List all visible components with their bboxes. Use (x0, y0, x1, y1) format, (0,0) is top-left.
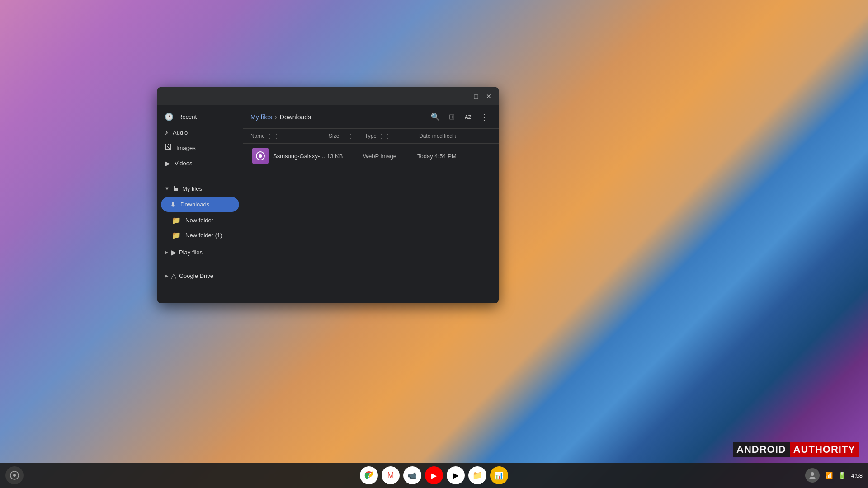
breadcrumb-root[interactable]: My files (250, 113, 272, 121)
sort-button[interactable]: AZ (461, 110, 475, 124)
slides-icon: 📊 (495, 471, 504, 480)
file-manager-window: – □ ✕ 🕐 Recent ♪ Audio 🖼 Images ▶ Videos (157, 87, 499, 303)
watermark: ANDROID AUTHORITY (733, 442, 859, 457)
column-header-size[interactable]: Size ⋮⋮ (329, 132, 365, 140)
more-options-button[interactable]: ⋮ (477, 110, 491, 124)
toolbar-actions: 🔍 ⊞ AZ ⋮ (428, 110, 491, 124)
recent-icon: 🕐 (165, 113, 174, 121)
table-row[interactable]: Ssmsung-Galaxy-S22-Ultra-in-front-of-pai… (245, 144, 497, 168)
more-icon: ⋮ (480, 112, 489, 122)
battery-icon: 🔋 (838, 472, 846, 479)
sidebar-item-new-folder[interactable]: 📁 New folder (161, 213, 243, 228)
main-content: My files › Downloads 🔍 ⊞ AZ ⋮ (243, 105, 499, 303)
sidebar-item-new-folder-1[interactable]: 📁 New folder (1) (161, 228, 243, 243)
wifi-icon: 📶 (825, 472, 833, 479)
col-size-options: ⋮⋮ (341, 132, 354, 140)
sidebar-item-myfiles[interactable]: ▼ 🖥 My files (157, 181, 243, 196)
sort-az-icon: AZ (465, 114, 472, 120)
sidebar-item-new-folder-label: New folder (185, 217, 213, 224)
column-header-name[interactable]: Name ⋮⋮ (250, 132, 329, 140)
time-display[interactable]: 4:58 (851, 472, 863, 479)
avatar-icon (808, 471, 816, 479)
sidebar-item-videos-label: Videos (175, 160, 193, 167)
myfiles-icon: 🖥 (172, 184, 179, 192)
files-icon: 📁 (472, 470, 482, 480)
col-date-sort-icon: ↓ (454, 134, 457, 139)
sidebar-item-recent[interactable]: 🕐 Recent (157, 109, 243, 125)
taskbar-app-gmail[interactable]: M (382, 466, 400, 484)
sidebar-item-playfiles-label: Play files (179, 249, 203, 256)
sidebar-item-images-label: Images (176, 145, 196, 151)
taskbar-app-slides[interactable]: 📊 (490, 466, 508, 484)
file-name-text: Ssmsung-Galaxy-S22-Ultra-in-front-of-pai… (273, 153, 327, 160)
col-type-label: Type (365, 133, 377, 139)
new-folder-icon: 📁 (172, 216, 181, 225)
sidebar-item-recent-label: Recent (178, 113, 197, 120)
youtube-icon: ▶ (431, 471, 437, 480)
window-body: 🕐 Recent ♪ Audio 🖼 Images ▶ Videos ▼ 🖥 (157, 105, 499, 303)
taskbar: M 📹 ▶ ▶ 📁 📊 📶 🔋 4:58 (0, 463, 868, 488)
sidebar-item-playfiles[interactable]: ▶ ▶ Play files (157, 244, 243, 260)
taskbar-app-meet[interactable]: 📹 (403, 466, 421, 484)
close-button[interactable]: ✕ (482, 90, 495, 103)
file-thumbnail (252, 148, 269, 164)
file-date: Today 4:54 PM (417, 153, 490, 160)
taskbar-right: 📶 🔋 4:58 (805, 468, 863, 483)
taskbar-left (5, 466, 24, 484)
search-button[interactable]: 🔍 (428, 110, 443, 124)
sidebar-item-images[interactable]: 🖼 Images (157, 140, 243, 155)
playstore-icon: ▶ (453, 470, 459, 480)
sidebar-item-downloads[interactable]: ⬇ Downloads (161, 197, 239, 212)
taskbar-app-youtube[interactable]: ▶ (425, 466, 443, 484)
sidebar-item-audio-label: Audio (173, 129, 188, 136)
myfiles-collapse-icon: ▼ (165, 186, 170, 191)
breadcrumb-separator: › (274, 113, 277, 121)
grid-icon: ⊞ (449, 113, 455, 121)
sidebar-item-audio[interactable]: ♪ Audio (157, 125, 243, 140)
taskbar-app-chrome[interactable] (360, 466, 378, 484)
svg-point-6 (811, 472, 814, 476)
col-date-label: Date modified (419, 133, 453, 139)
maximize-button[interactable]: □ (470, 90, 482, 103)
sidebar-item-downloads-label: Downloads (180, 201, 209, 208)
svg-point-1 (259, 154, 262, 158)
playfiles-expand-icon: ▶ (165, 249, 168, 255)
webp-thumbnail (252, 148, 269, 164)
file-size: 13 KB (327, 153, 363, 160)
taskbar-app-playstore[interactable]: ▶ (447, 466, 465, 484)
column-header-date[interactable]: Date modified ↓ (419, 133, 491, 139)
playfiles-icon: ▶ (171, 248, 176, 257)
gdrive-icon: △ (171, 272, 176, 280)
sidebar-item-googledrive-label: Google Drive (179, 272, 213, 279)
file-list-header: Name ⋮⋮ Size ⋮⋮ Type ⋮⋮ Date modified ↓ (243, 129, 499, 144)
chrome-icon (363, 470, 374, 481)
grid-view-button[interactable]: ⊞ (444, 110, 459, 124)
new-folder-1-icon: 📁 (172, 231, 181, 239)
videos-icon: ▶ (165, 159, 170, 168)
file-type: WebP image (363, 153, 417, 160)
col-size-label: Size (329, 133, 339, 139)
search-icon: 🔍 (431, 113, 440, 121)
col-name-label: Name (250, 133, 265, 139)
column-header-type[interactable]: Type ⋮⋮ (365, 132, 419, 140)
sidebar-divider-2 (165, 264, 236, 264)
downloads-icon: ⬇ (170, 200, 176, 209)
svg-point-3 (13, 474, 16, 477)
minimize-button[interactable]: – (457, 90, 470, 103)
sidebar-item-googledrive[interactable]: ▶ △ Google Drive (157, 268, 243, 284)
launcher-icon (10, 471, 19, 480)
sidebar-item-videos[interactable]: ▶ Videos (157, 155, 243, 171)
audio-icon: ♪ (165, 128, 168, 136)
taskbar-app-files[interactable]: 📁 (468, 466, 486, 484)
myfiles-children: ⬇ Downloads 📁 New folder 📁 New folder (1… (157, 197, 243, 243)
meet-icon: 📹 (408, 471, 417, 480)
watermark-authority: AUTHORITY (790, 442, 859, 457)
launcher-button[interactable] (5, 466, 24, 484)
gdrive-expand-icon: ▶ (165, 273, 168, 279)
gmail-icon: M (387, 471, 394, 480)
toolbar: My files › Downloads 🔍 ⊞ AZ ⋮ (243, 105, 499, 129)
sidebar-item-new-folder-1-label: New folder (1) (185, 232, 222, 239)
avatar[interactable] (805, 468, 820, 483)
col-name-options: ⋮⋮ (267, 132, 279, 140)
watermark-android: ANDROID (733, 442, 790, 457)
